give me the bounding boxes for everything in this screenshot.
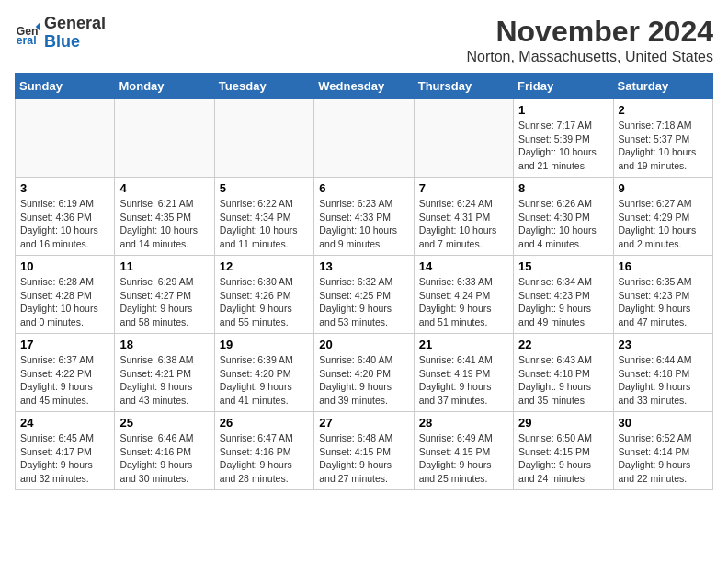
- weekday-header-friday: Friday: [514, 74, 613, 99]
- day-info: Sunrise: 6:37 AM Sunset: 4:22 PM Dayligh…: [20, 353, 109, 408]
- day-number: 20: [319, 338, 408, 351]
- day-info: Sunrise: 6:35 AM Sunset: 4:23 PM Dayligh…: [619, 275, 708, 329]
- day-info: Sunrise: 6:29 AM Sunset: 4:27 PM Dayligh…: [119, 275, 209, 329]
- calendar-cell: 16Sunrise: 6:35 AM Sunset: 4:23 PM Dayli…: [613, 256, 712, 334]
- day-info: Sunrise: 6:32 AM Sunset: 4:25 PM Dayligh…: [319, 275, 408, 329]
- month-title: November 2024: [466, 15, 713, 49]
- week-row-2: 3Sunrise: 6:19 AM Sunset: 4:36 PM Daylig…: [16, 178, 713, 256]
- day-number: 29: [518, 416, 608, 430]
- calendar-cell: 27Sunrise: 6:48 AM Sunset: 4:15 PM Dayli…: [314, 412, 414, 490]
- logo-text: General Blue: [44, 15, 106, 52]
- weekday-header-thursday: Thursday: [414, 74, 513, 99]
- calendar-cell: 26Sunrise: 6:47 AM Sunset: 4:16 PM Dayli…: [214, 412, 313, 490]
- logo-icon: Gen eral: [15, 20, 40, 46]
- calendar-cell: 14Sunrise: 6:33 AM Sunset: 4:24 PM Dayli…: [414, 256, 513, 334]
- day-info: Sunrise: 6:52 AM Sunset: 4:14 PM Dayligh…: [619, 431, 708, 486]
- svg-text:eral: eral: [17, 34, 37, 46]
- calendar-table: SundayMondayTuesdayWednesdayThursdayFrid…: [15, 73, 713, 490]
- week-row-3: 10Sunrise: 6:28 AM Sunset: 4:28 PM Dayli…: [16, 256, 713, 334]
- day-info: Sunrise: 6:23 AM Sunset: 4:33 PM Dayligh…: [319, 197, 408, 251]
- calendar-cell: 18Sunrise: 6:38 AM Sunset: 4:21 PM Dayli…: [115, 334, 214, 412]
- weekday-header-sunday: Sunday: [16, 74, 115, 99]
- day-info: Sunrise: 6:47 AM Sunset: 4:16 PM Dayligh…: [220, 431, 309, 486]
- calendar-cell: 2Sunrise: 7:18 AM Sunset: 5:37 PM Daylig…: [613, 99, 712, 178]
- calendar-cell: 5Sunrise: 6:22 AM Sunset: 4:34 PM Daylig…: [214, 178, 313, 256]
- calendar-cell: 6Sunrise: 6:23 AM Sunset: 4:33 PM Daylig…: [314, 178, 414, 256]
- weekday-header-tuesday: Tuesday: [214, 74, 313, 99]
- calendar-cell: 13Sunrise: 6:32 AM Sunset: 4:25 PM Dayli…: [314, 256, 414, 334]
- day-number: 25: [119, 416, 209, 430]
- week-row-4: 17Sunrise: 6:37 AM Sunset: 4:22 PM Dayli…: [16, 334, 713, 412]
- day-info: Sunrise: 6:19 AM Sunset: 4:36 PM Dayligh…: [20, 197, 109, 251]
- day-number: 30: [619, 416, 708, 430]
- calendar-cell: 28Sunrise: 6:49 AM Sunset: 4:15 PM Dayli…: [414, 412, 513, 490]
- calendar-cell: [314, 99, 414, 178]
- calendar-cell: 19Sunrise: 6:39 AM Sunset: 4:20 PM Dayli…: [214, 334, 313, 412]
- day-number: 23: [619, 338, 708, 351]
- day-info: Sunrise: 7:17 AM Sunset: 5:39 PM Dayligh…: [518, 119, 608, 173]
- day-info: Sunrise: 6:40 AM Sunset: 4:20 PM Dayligh…: [319, 353, 408, 408]
- calendar-cell: 25Sunrise: 6:46 AM Sunset: 4:16 PM Dayli…: [115, 412, 214, 490]
- calendar-cell: 9Sunrise: 6:27 AM Sunset: 4:29 PM Daylig…: [613, 178, 712, 256]
- day-number: 13: [319, 259, 408, 273]
- day-number: 9: [619, 181, 708, 195]
- calendar-cell: 17Sunrise: 6:37 AM Sunset: 4:22 PM Dayli…: [16, 334, 115, 412]
- calendar-cell: [214, 99, 313, 178]
- day-number: 6: [319, 181, 408, 195]
- calendar-cell: 12Sunrise: 6:30 AM Sunset: 4:26 PM Dayli…: [214, 256, 313, 334]
- calendar-cell: 23Sunrise: 6:44 AM Sunset: 4:18 PM Dayli…: [613, 334, 712, 412]
- week-row-5: 24Sunrise: 6:45 AM Sunset: 4:17 PM Dayli…: [16, 412, 713, 490]
- calendar-cell: [414, 99, 513, 178]
- weekday-header-monday: Monday: [115, 74, 214, 99]
- day-number: 3: [20, 181, 109, 195]
- day-info: Sunrise: 6:21 AM Sunset: 4:35 PM Dayligh…: [119, 197, 209, 251]
- day-number: 21: [419, 338, 508, 351]
- calendar-cell: 22Sunrise: 6:43 AM Sunset: 4:18 PM Dayli…: [514, 334, 613, 412]
- day-number: 18: [119, 338, 209, 351]
- week-row-1: 1Sunrise: 7:17 AM Sunset: 5:39 PM Daylig…: [16, 99, 713, 178]
- day-number: 8: [518, 181, 608, 195]
- day-info: Sunrise: 6:43 AM Sunset: 4:18 PM Dayligh…: [518, 353, 608, 408]
- calendar-cell: 11Sunrise: 6:29 AM Sunset: 4:27 PM Dayli…: [115, 256, 214, 334]
- day-info: Sunrise: 6:46 AM Sunset: 4:16 PM Dayligh…: [119, 431, 209, 486]
- day-number: 12: [220, 259, 309, 273]
- calendar-cell: 15Sunrise: 6:34 AM Sunset: 4:23 PM Dayli…: [514, 256, 613, 334]
- title-area: November 2024 Norton, Massachusetts, Uni…: [466, 15, 713, 65]
- day-number: 1: [518, 103, 608, 117]
- day-info: Sunrise: 6:45 AM Sunset: 4:17 PM Dayligh…: [20, 431, 109, 486]
- day-info: Sunrise: 6:48 AM Sunset: 4:15 PM Dayligh…: [319, 431, 408, 486]
- day-info: Sunrise: 6:22 AM Sunset: 4:34 PM Dayligh…: [220, 197, 309, 251]
- day-number: 16: [619, 259, 708, 273]
- day-info: Sunrise: 6:24 AM Sunset: 4:31 PM Dayligh…: [419, 197, 508, 251]
- calendar-cell: 3Sunrise: 6:19 AM Sunset: 4:36 PM Daylig…: [16, 178, 115, 256]
- day-info: Sunrise: 6:38 AM Sunset: 4:21 PM Dayligh…: [119, 353, 209, 408]
- calendar-cell: 30Sunrise: 6:52 AM Sunset: 4:14 PM Dayli…: [613, 412, 712, 490]
- day-number: 10: [20, 259, 109, 273]
- weekday-header-wednesday: Wednesday: [314, 74, 414, 99]
- calendar-cell: [16, 99, 115, 178]
- calendar-cell: 21Sunrise: 6:41 AM Sunset: 4:19 PM Dayli…: [414, 334, 513, 412]
- day-number: 19: [220, 338, 309, 351]
- day-number: 5: [220, 181, 309, 195]
- day-info: Sunrise: 6:34 AM Sunset: 4:23 PM Dayligh…: [518, 275, 608, 329]
- day-number: 7: [419, 181, 508, 195]
- day-number: 28: [419, 416, 508, 430]
- day-number: 17: [20, 338, 109, 351]
- calendar-cell: 20Sunrise: 6:40 AM Sunset: 4:20 PM Dayli…: [314, 334, 414, 412]
- day-info: Sunrise: 6:44 AM Sunset: 4:18 PM Dayligh…: [619, 353, 708, 408]
- day-info: Sunrise: 6:27 AM Sunset: 4:29 PM Dayligh…: [619, 197, 708, 251]
- day-number: 15: [518, 259, 608, 273]
- logo: Gen eral General Blue: [15, 15, 106, 52]
- day-number: 22: [518, 338, 608, 351]
- weekday-header-row: SundayMondayTuesdayWednesdayThursdayFrid…: [16, 74, 713, 99]
- day-info: Sunrise: 6:33 AM Sunset: 4:24 PM Dayligh…: [419, 275, 508, 329]
- day-info: Sunrise: 6:28 AM Sunset: 4:28 PM Dayligh…: [20, 275, 109, 329]
- day-number: 2: [619, 103, 708, 117]
- day-number: 4: [119, 181, 209, 195]
- day-info: Sunrise: 6:30 AM Sunset: 4:26 PM Dayligh…: [220, 275, 309, 329]
- day-info: Sunrise: 6:41 AM Sunset: 4:19 PM Dayligh…: [419, 353, 508, 408]
- day-number: 26: [220, 416, 309, 430]
- day-info: Sunrise: 7:18 AM Sunset: 5:37 PM Dayligh…: [619, 119, 708, 173]
- page-header: Gen eral General Blue November 2024 Nort…: [15, 15, 713, 65]
- calendar-cell: 7Sunrise: 6:24 AM Sunset: 4:31 PM Daylig…: [414, 178, 513, 256]
